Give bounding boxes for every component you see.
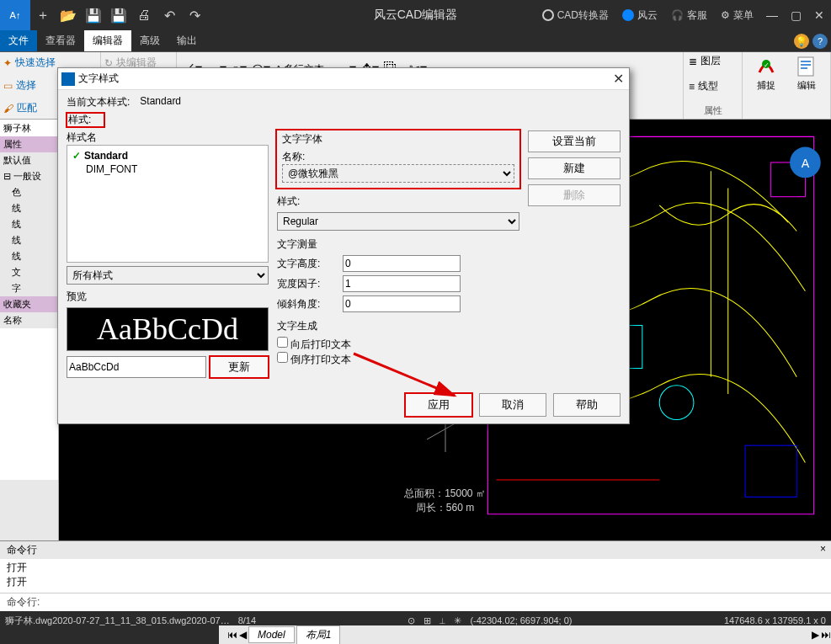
angle-input[interactable] — [343, 295, 461, 312]
tab-viewer[interactable]: 查看器 — [37, 30, 84, 51]
command-log: 打开 打开 — [0, 559, 831, 593]
width-input[interactable] — [343, 275, 461, 292]
tab-nav-prev[interactable]: ◀ — [239, 629, 247, 641]
current-style-label: 当前文本样式: — [67, 95, 130, 109]
svg-rect-3 — [801, 61, 811, 62]
undo-icon[interactable]: ↶ — [157, 0, 182, 30]
tab-nav-end[interactable]: ⏭ — [821, 629, 831, 641]
app-title: 风云CAD编辑器 — [374, 8, 458, 23]
menu-button[interactable]: ⚙菜单 — [714, 0, 760, 30]
redo-icon[interactable]: ↷ — [182, 0, 207, 30]
command-area: 命令行 × 打开 打开 命令行: — [0, 540, 831, 611]
properties-label: 属性 — [689, 104, 737, 117]
support-button[interactable]: 🎧客服 — [664, 0, 714, 30]
preview-box: AaBbCcDd — [67, 307, 269, 351]
linetype-button[interactable]: ≡线型 — [689, 79, 737, 93]
style-label: 样式: — [67, 113, 104, 127]
layer-icon: ≣ — [689, 56, 697, 67]
maximize-icon[interactable]: ▢ — [784, 0, 807, 30]
command-prompt-label: 命令行: — [7, 595, 40, 609]
fengyun-button[interactable]: 风云 — [615, 0, 664, 30]
prop-row[interactable]: 字 — [0, 280, 58, 296]
help-icon[interactable]: ? — [812, 34, 828, 49]
prop-row[interactable]: 线 — [0, 216, 58, 232]
prop-row[interactable]: 文 — [0, 264, 58, 280]
font-name-label: 名称: — [282, 150, 514, 164]
status-file: 狮子林.dwg2020-07-27_11_11_38_015.dwg2020-0… — [5, 615, 230, 627]
prop-row[interactable]: 线 — [0, 200, 58, 216]
new-button[interactable]: 新建 — [528, 157, 621, 179]
general-group[interactable]: ⊟ 一般设 — [0, 168, 58, 184]
open-icon[interactable]: 📂 — [56, 0, 81, 30]
tab-file[interactable]: 文件 — [0, 30, 37, 51]
select-icon: ▭ — [3, 80, 13, 92]
lightbulb-icon[interactable]: 💡 — [794, 34, 809, 49]
polar-icon[interactable]: ✳ — [454, 615, 461, 626]
prop-row[interactable]: 线 — [0, 232, 58, 248]
print-icon[interactable]: 🖨 — [131, 0, 157, 30]
close-icon[interactable]: ✕ — [807, 0, 831, 30]
preview-label: 预览 — [67, 290, 269, 304]
tab-advanced[interactable]: 高级 — [131, 30, 168, 51]
height-label: 文字高度: — [277, 257, 336, 271]
minimize-icon[interactable]: — — [760, 0, 784, 30]
status-dims: 147648.6 x 137959.1 x 0 — [724, 615, 826, 625]
font-section-label: 文字字体 — [282, 132, 514, 146]
status-coords: (-42304.02; 6697.904; 0) — [470, 615, 572, 625]
menubar: 文件 查看器 编辑器 高级 输出 💡 ? — [0, 30, 831, 52]
svg-rect-4 — [801, 64, 811, 66]
ortho-icon[interactable]: ⟂ — [439, 615, 445, 625]
properties-header: 属性 — [0, 136, 58, 152]
doc-tab[interactable]: 狮子林 — [0, 120, 58, 136]
osnap-icon[interactable]: ⊙ — [408, 615, 415, 626]
style-filter-select[interactable]: 所有样式 — [67, 266, 269, 285]
dialog-icon — [61, 72, 75, 86]
favorites-tree — [0, 328, 58, 480]
brush-icon: 🖌 — [3, 103, 13, 114]
upside-checkbox[interactable]: 倒序打印文本 — [277, 352, 519, 367]
tab-editor[interactable]: 编辑器 — [84, 30, 131, 51]
tab-nav-start[interactable]: ⏮ — [227, 629, 237, 641]
tab-nav-next[interactable]: ▶ — [812, 629, 819, 641]
command-input[interactable] — [40, 595, 824, 609]
delete-button[interactable]: 删除 — [528, 184, 621, 206]
list-item[interactable]: DIM_FONT — [71, 162, 264, 176]
snap-button[interactable]: ✓ 捕捉 — [748, 54, 785, 92]
status-page: 8/14 — [238, 615, 256, 625]
save-icon[interactable]: 💾 — [81, 0, 106, 30]
svg-text:A: A — [802, 157, 810, 170]
layout1-tab[interactable]: 布局1 — [296, 625, 341, 645]
update-button[interactable]: 更新 — [210, 356, 269, 378]
set-current-button[interactable]: 设置当前 — [528, 130, 621, 152]
gen-section-label: 文字生成 — [277, 319, 519, 333]
favorites-header: 收藏夹 — [0, 296, 58, 312]
dialog-titlebar[interactable]: 文字样式 ✕ — [58, 68, 629, 90]
help-button[interactable]: 帮助 — [553, 393, 621, 417]
prop-row[interactable]: 色 — [0, 184, 58, 200]
svg-text:✓: ✓ — [764, 61, 770, 69]
layer-button[interactable]: ≣图层 — [689, 54, 737, 68]
cancel-button[interactable]: 取消 — [479, 393, 546, 417]
font-name-select[interactable]: @微软雅黑 — [282, 164, 514, 183]
sample-input[interactable] — [67, 356, 206, 378]
style-listbox[interactable]: ✓Standard DIM_FONT — [67, 145, 269, 263]
prop-row[interactable]: 线 — [0, 248, 58, 264]
new-icon[interactable]: ＋ — [30, 0, 56, 30]
grid-icon[interactable]: ⊞ — [423, 615, 431, 626]
list-item[interactable]: ✓Standard — [71, 149, 264, 162]
cad-converter-button[interactable]: CAD转换器 — [535, 0, 615, 30]
dialog-close-icon[interactable]: ✕ — [613, 71, 624, 87]
name-row[interactable]: 名称 — [0, 312, 58, 328]
height-input[interactable] — [343, 255, 461, 272]
backward-checkbox[interactable]: 向后打印文本 — [277, 337, 519, 352]
saveas-icon[interactable]: 💾 — [106, 0, 131, 30]
default-row[interactable]: 默认值 — [0, 152, 58, 168]
command-close-icon[interactable]: × — [820, 543, 826, 555]
model-tab[interactable]: Model — [248, 626, 295, 643]
edit-button[interactable]: 编辑 — [788, 54, 825, 92]
font-style-select[interactable]: Regular — [277, 212, 519, 231]
command-header: 命令行 × — [0, 541, 831, 559]
apply-button[interactable]: 应用 — [405, 393, 472, 417]
edit-icon — [795, 54, 818, 77]
tab-output[interactable]: 输出 — [168, 30, 205, 51]
